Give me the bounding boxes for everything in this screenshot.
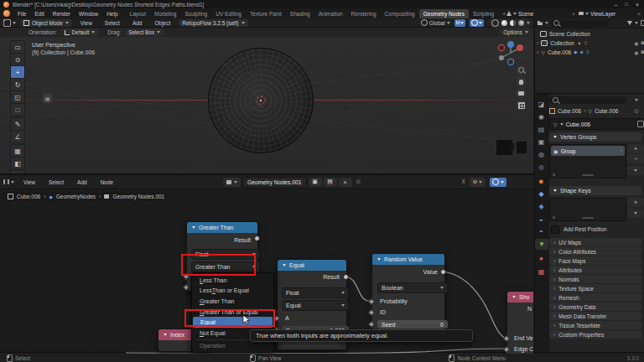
viewport-menu-object[interactable]: Object bbox=[151, 20, 175, 26]
editor-type-button[interactable] bbox=[3, 19, 16, 27]
menu-window[interactable]: Window bbox=[75, 11, 102, 17]
material-shading-icon[interactable] bbox=[510, 20, 516, 26]
drag-setting-dropdown[interactable]: Select Box bbox=[125, 28, 164, 36]
expand-arrow-icon[interactable]: › bbox=[537, 40, 538, 46]
rotate-tool[interactable]: ↻ bbox=[10, 78, 25, 91]
operation-dropdown[interactable]: Equal bbox=[282, 300, 349, 311]
lock-open-icon[interactable]: ▫ bbox=[621, 148, 622, 153]
scene-selector[interactable]: Scene × bbox=[506, 9, 577, 18]
snap-toggle[interactable]: U bbox=[454, 19, 465, 27]
disable-render-icon[interactable]: ◙ bbox=[641, 49, 644, 54]
node-shortest-edge-paths[interactable]: Sho N End Ve Edge C bbox=[506, 291, 533, 354]
node-editor[interactable]: View Select Add Node Geometry Nodes.001 … bbox=[0, 173, 533, 354]
minimize-icon[interactable]: – bbox=[614, 2, 617, 8]
empty-image-object[interactable]: ▦ bbox=[43, 94, 52, 103]
add-cube-tool[interactable]: ▦ bbox=[10, 144, 25, 158]
camera-view-button[interactable] bbox=[516, 88, 527, 99]
orientation-setting-dropdown[interactable]: Default bbox=[61, 28, 99, 36]
collapse-node-icon[interactable] bbox=[512, 296, 516, 298]
collapse-node-icon[interactable] bbox=[192, 226, 195, 229]
solid-shading-icon[interactable] bbox=[501, 20, 507, 26]
tab-modifier-properties[interactable]: ◆ bbox=[535, 189, 548, 199]
vertex-group-item[interactable]: ▣ Group ▫ bbox=[551, 146, 625, 156]
tab-rendering[interactable]: Rendering bbox=[347, 9, 381, 18]
panel-tissue-tessellate[interactable]: ›Tissue Tessellate bbox=[549, 321, 641, 329]
tab-output-properties[interactable]: ▤ bbox=[535, 124, 548, 135]
tab-object-properties[interactable]: ■ bbox=[535, 176, 548, 187]
node-header[interactable]: Equal bbox=[278, 260, 346, 271]
viewport-options-dropdown[interactable]: Options bbox=[500, 28, 532, 36]
tab-object-data-properties[interactable]: ▼ bbox=[535, 239, 548, 250]
tab-particle-properties[interactable]: ◈ bbox=[535, 201, 548, 212]
retopoflow-menu[interactable]: RetopoFlow 3.2.5 (self) bbox=[179, 19, 247, 27]
tab-layout[interactable]: Layout bbox=[126, 9, 151, 18]
scene-unlink-icon[interactable]: × bbox=[572, 11, 575, 17]
panel-remesh[interactable]: ›Remesh bbox=[549, 293, 641, 302]
tab-geometry-nodes[interactable]: Geometry Nodes bbox=[419, 9, 469, 18]
mesh-name-field[interactable]: ▽ Cube.006 bbox=[549, 118, 644, 130]
collapse-node-icon[interactable] bbox=[377, 258, 381, 261]
tab-sculpting[interactable]: Sculpting bbox=[180, 9, 211, 18]
outliner-row-collection[interactable]: › Collection ▲ ▽ ◉ ◙ bbox=[535, 39, 644, 47]
maximize-icon[interactable]: □ bbox=[625, 2, 628, 7]
panel-face-maps[interactable]: ›Face Maps bbox=[549, 256, 641, 265]
fake-user-icon[interactable] bbox=[637, 121, 644, 127]
panel-uv-maps[interactable]: ›UV Maps bbox=[549, 238, 641, 246]
mode-selector[interactable]: Object Mode bbox=[20, 19, 72, 27]
panel-color-attributes[interactable]: ›Color Attributes bbox=[549, 247, 641, 256]
outliner-row-cube006[interactable]: › ▽ Cube.006 ◆ ◈ ▽ ◉ ◙ bbox=[535, 48, 644, 56]
grid-view-button[interactable] bbox=[516, 100, 527, 111]
tab-scene-properties[interactable]: ◍ bbox=[535, 149, 548, 160]
disable-render-icon[interactable]: ◙ bbox=[641, 40, 644, 45]
measure-tool[interactable]: ∠ bbox=[10, 130, 25, 143]
hide-eye-icon[interactable]: ◉ bbox=[634, 49, 638, 55]
tab-viewlayer-properties[interactable]: ▣ bbox=[535, 137, 548, 147]
extrude-tool[interactable]: ◧ bbox=[10, 157, 25, 170]
move-tool[interactable]: + bbox=[10, 65, 25, 79]
new-collection-icon[interactable] bbox=[641, 20, 644, 26]
select-box-tool[interactable]: ▭ bbox=[10, 40, 25, 54]
tab-physics-properties[interactable]: ◒ bbox=[535, 214, 548, 225]
socket-result-output[interactable] bbox=[254, 235, 260, 241]
cursor-tool[interactable]: ⊙ bbox=[10, 53, 25, 66]
data-type-dropdown[interactable]: Boolean bbox=[377, 282, 448, 293]
panel-texture-space[interactable]: ›Texture Space bbox=[549, 284, 641, 292]
menu-item-less-than[interactable]: Less Than bbox=[192, 275, 273, 286]
mesh-filter-icon[interactable]: ▽ bbox=[584, 40, 587, 45]
viewport-menu-add[interactable]: Add bbox=[128, 20, 147, 26]
tab-compositing[interactable]: Compositing bbox=[381, 9, 419, 18]
viewlayer-selector[interactable]: ViewLayer × bbox=[579, 9, 642, 18]
tab-texture-properties[interactable]: ▦ bbox=[535, 266, 548, 277]
breadcrumb-object[interactable]: Cube.006 bbox=[558, 108, 581, 114]
panel-attributes[interactable]: ›Attributes bbox=[549, 266, 641, 274]
tab-modeling[interactable]: Modeling bbox=[150, 9, 180, 18]
socket-result-output[interactable] bbox=[343, 274, 349, 280]
tab-render-properties[interactable]: ◉ bbox=[535, 111, 548, 122]
outliner-search-field[interactable] bbox=[551, 20, 608, 27]
node-header[interactable]: Sho bbox=[507, 292, 533, 303]
collapse-node-icon[interactable] bbox=[164, 334, 167, 336]
tab-tool-properties[interactable]: ◪ bbox=[535, 99, 548, 110]
viewport-menu-view[interactable]: View bbox=[76, 20, 96, 26]
navigation-gizmo[interactable] bbox=[495, 39, 527, 66]
shape-key-specials-button[interactable] bbox=[627, 209, 644, 218]
tab-uv-editing[interactable]: UV Editing bbox=[211, 9, 246, 18]
vertex-groups-panel-header[interactable]: Vertex Groups bbox=[549, 132, 641, 142]
tab-material-properties[interactable]: ● bbox=[535, 253, 548, 264]
panel-mesh-data-transfer[interactable]: ›Mesh Data Transfer bbox=[549, 312, 641, 320]
pin-icon[interactable]: ⊙ bbox=[634, 108, 639, 115]
menu-item-less-than-or-equal[interactable]: Less Than or Equal bbox=[192, 286, 273, 297]
panel-custom-properties[interactable]: ›Custom Properties bbox=[549, 330, 641, 339]
proportional-edit-toggle[interactable] bbox=[470, 19, 484, 27]
annotate-tool[interactable]: ✎ bbox=[10, 117, 25, 131]
transform-tool[interactable]: □ bbox=[10, 103, 25, 116]
node-header[interactable]: Greater Than bbox=[187, 222, 257, 233]
tab-animation[interactable]: Animation bbox=[314, 9, 347, 18]
node-random-value[interactable]: Random Value Value Boolean Probability I… bbox=[371, 253, 445, 334]
viewport-menu-select[interactable]: Select bbox=[101, 20, 124, 26]
menu-file[interactable]: File bbox=[13, 11, 30, 17]
seed-field[interactable]: Seed 0 bbox=[377, 320, 448, 328]
tab-shading[interactable]: Shading bbox=[286, 9, 314, 18]
viewlayer-unlink-icon[interactable]: × bbox=[637, 11, 641, 17]
chevron-down-icon[interactable] bbox=[635, 99, 638, 101]
